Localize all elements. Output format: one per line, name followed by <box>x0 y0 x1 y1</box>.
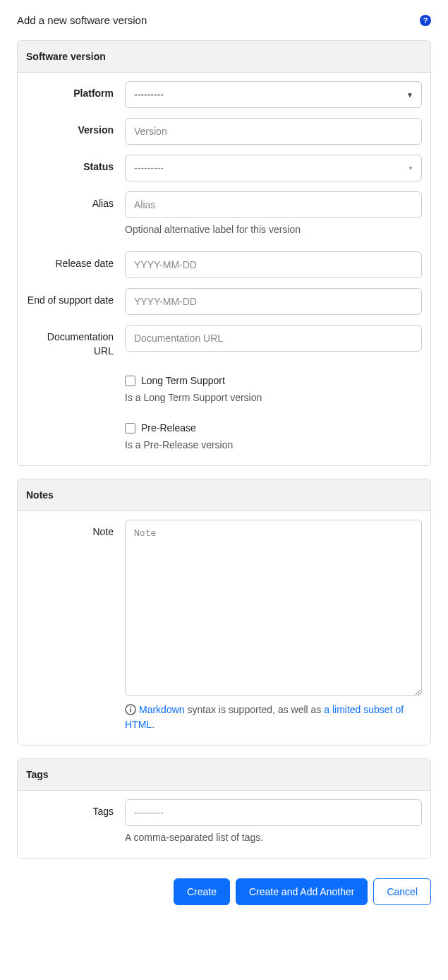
panel-heading: Software version <box>18 41 430 73</box>
alias-input[interactable] <box>125 191 422 218</box>
svg-rect-1 <box>130 709 131 712</box>
platform-label: Platform <box>26 81 125 101</box>
panel-tags: Tags Tags A comma-separated list of tags… <box>17 758 431 859</box>
spacer-label <box>26 375 125 381</box>
lts-checkbox[interactable] <box>125 376 135 386</box>
info-icon <box>125 704 136 715</box>
page-title: Add a new software version <box>17 14 147 26</box>
create-button[interactable]: Create <box>174 878 230 905</box>
prerelease-label: Pre-Release <box>141 422 196 434</box>
release-date-input[interactable] <box>125 251 422 278</box>
note-help: Markdown syntax is supported, as well as… <box>125 703 422 732</box>
panel-software-version: Software version Platform --------- ▼ Ve… <box>17 40 431 466</box>
lts-help: Is a Long Term Support version <box>125 390 422 405</box>
status-label: Status <box>26 155 125 174</box>
alias-help: Optional alternative label for this vers… <box>125 222 422 237</box>
version-input[interactable] <box>125 118 422 145</box>
markdown-link[interactable]: Markdown <box>139 704 185 715</box>
create-add-another-button[interactable]: Create and Add Another <box>236 878 368 905</box>
panel-notes: Notes Note Markdown syntax is supported,… <box>17 479 431 746</box>
alias-label: Alias <box>26 191 125 211</box>
status-select[interactable]: --------- <box>125 155 422 181</box>
end-of-support-label: End of support date <box>26 288 125 308</box>
svg-point-2 <box>130 706 131 707</box>
platform-select[interactable]: --------- <box>125 81 422 108</box>
end-of-support-input[interactable] <box>125 288 422 315</box>
cancel-button[interactable]: Cancel <box>373 878 431 905</box>
tags-help: A comma-separated list of tags. <box>125 830 422 845</box>
release-date-label: Release date <box>26 251 125 271</box>
prerelease-help: Is a Pre-Release version <box>125 438 422 453</box>
prerelease-checkbox[interactable] <box>125 423 135 434</box>
panel-heading: Tags <box>18 759 430 791</box>
doc-url-label: Documentation URL <box>26 325 125 358</box>
tags-label: Tags <box>26 799 125 819</box>
help-icon[interactable]: ? <box>420 15 431 26</box>
spacer-label <box>26 422 125 428</box>
lts-label: Long Term Support <box>141 375 225 386</box>
note-label: Note <box>26 520 125 539</box>
version-label: Version <box>26 118 125 138</box>
tags-input[interactable] <box>125 799 422 826</box>
panel-heading: Notes <box>18 479 430 511</box>
note-textarea[interactable] <box>125 520 422 696</box>
doc-url-input[interactable] <box>125 325 422 352</box>
